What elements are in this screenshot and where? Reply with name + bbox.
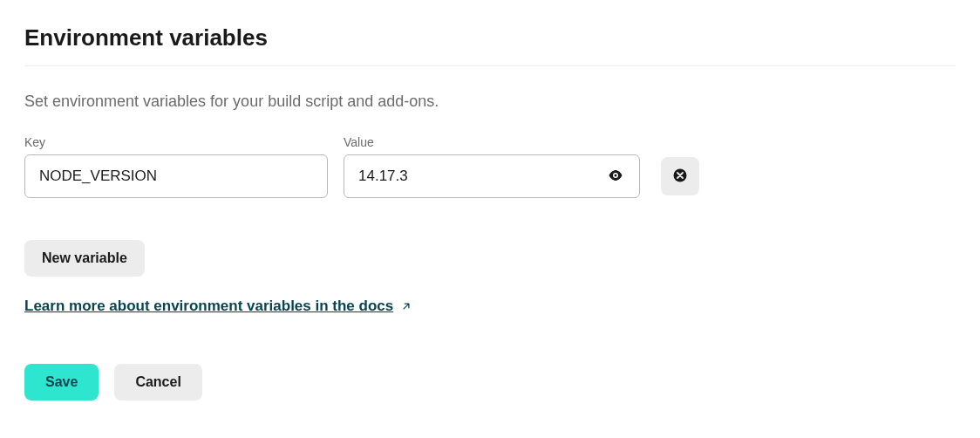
svg-point-1 [615, 174, 617, 176]
key-field-group: Key [24, 135, 328, 198]
learn-more-link[interactable]: Learn more about environment variables i… [24, 298, 393, 315]
external-link-icon [400, 300, 412, 312]
close-circle-icon [672, 168, 688, 186]
value-field-group: Value [344, 135, 640, 198]
toggle-visibility-button[interactable] [602, 162, 629, 191]
eye-icon [608, 168, 623, 186]
actions-row: Save Cancel [24, 364, 956, 400]
key-input[interactable] [24, 154, 328, 198]
value-input[interactable] [358, 155, 594, 197]
new-variable-button[interactable]: New variable [24, 240, 145, 277]
description-text: Set environment variables for your build… [24, 92, 956, 111]
value-input-wrapper [344, 154, 640, 198]
page-title: Environment variables [24, 24, 956, 66]
learn-more-row: Learn more about environment variables i… [24, 298, 956, 315]
variable-row: Key Value [24, 135, 956, 198]
save-button[interactable]: Save [24, 364, 99, 400]
cancel-button[interactable]: Cancel [114, 364, 201, 400]
key-label: Key [24, 135, 328, 149]
value-label: Value [344, 135, 640, 149]
delete-variable-button[interactable] [661, 157, 699, 195]
